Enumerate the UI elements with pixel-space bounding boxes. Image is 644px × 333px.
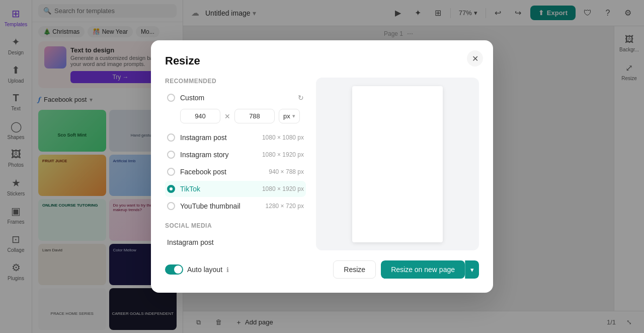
auto-layout-label: Auto layout xyxy=(187,265,222,274)
radio-facebook-post xyxy=(167,168,175,176)
modal-preview xyxy=(316,78,479,250)
resize-new-wrap: Resize on new page ▾ xyxy=(381,260,479,279)
resize-button[interactable]: Resize xyxy=(333,260,376,279)
modal-footer: Auto layout ℹ Resize Resize on new page … xyxy=(165,260,479,279)
option-left: YouTube thumbnail xyxy=(167,202,240,210)
resize-option-youtube[interactable]: YouTube thumbnail 1280 × 720 px xyxy=(165,198,306,214)
option-left: Facebook post xyxy=(167,168,226,176)
info-icon[interactable]: ℹ xyxy=(226,266,229,274)
option-left: TikTok xyxy=(167,185,200,193)
social-item-instagram-post[interactable]: Instagram post xyxy=(165,234,306,250)
auto-layout-toggle[interactable] xyxy=(165,264,183,275)
size-separator: ✕ xyxy=(224,112,230,120)
custom-size-row: ✕ px ▾ xyxy=(165,107,306,129)
modal-body: Recommended Custom ↻ ✕ px ▾ xyxy=(165,78,479,250)
chevron-down-icon: ▾ xyxy=(292,113,295,119)
modal-left-panel: Recommended Custom ↻ ✕ px ▾ xyxy=(165,78,306,250)
resize-modal: Resize ✕ Recommended Custom ↻ ✕ xyxy=(151,40,493,293)
height-input[interactable] xyxy=(234,109,275,123)
resize-option-custom[interactable]: Custom ↻ xyxy=(165,90,306,106)
radio-youtube xyxy=(167,202,175,210)
footer-buttons: Resize Resize on new page ▾ xyxy=(333,260,479,279)
preview-canvas xyxy=(352,86,443,242)
radio-tiktok xyxy=(167,185,175,193)
radio-instagram-post xyxy=(167,134,175,142)
modal-overlay[interactable]: Resize ✕ Recommended Custom ↻ ✕ xyxy=(0,0,644,333)
radio-instagram-story xyxy=(167,151,175,159)
resize-option-instagram-story[interactable]: Instagram story 1080 × 1920 px xyxy=(165,147,306,163)
resize-on-new-page-button[interactable]: Resize on new page xyxy=(381,260,465,279)
modal-close-button[interactable]: ✕ xyxy=(467,50,483,66)
option-left: Instagram story xyxy=(167,151,228,159)
option-left: Custom xyxy=(167,94,204,102)
social-section-title: Social media xyxy=(165,222,306,229)
refresh-icon[interactable]: ↻ xyxy=(298,94,304,102)
modal-title: Resize xyxy=(165,54,479,68)
resize-new-page-caret[interactable]: ▾ xyxy=(465,260,479,279)
radio-custom xyxy=(167,94,175,102)
option-left: Instagram post xyxy=(167,134,227,142)
resize-option-facebook-post[interactable]: Facebook post 940 × 788 px xyxy=(165,164,306,180)
resize-option-instagram-post[interactable]: Instagram post 1080 × 1080 px xyxy=(165,129,306,146)
unit-selector[interactable]: px ▾ xyxy=(279,109,300,123)
auto-layout-row: Auto layout ℹ xyxy=(165,264,229,275)
recommended-section-title: Recommended xyxy=(165,78,306,85)
social-media-section: Social media Instagram post xyxy=(165,222,306,250)
resize-option-tiktok[interactable]: TikTok 1080 × 1920 px xyxy=(165,181,306,197)
width-input[interactable] xyxy=(180,109,220,123)
